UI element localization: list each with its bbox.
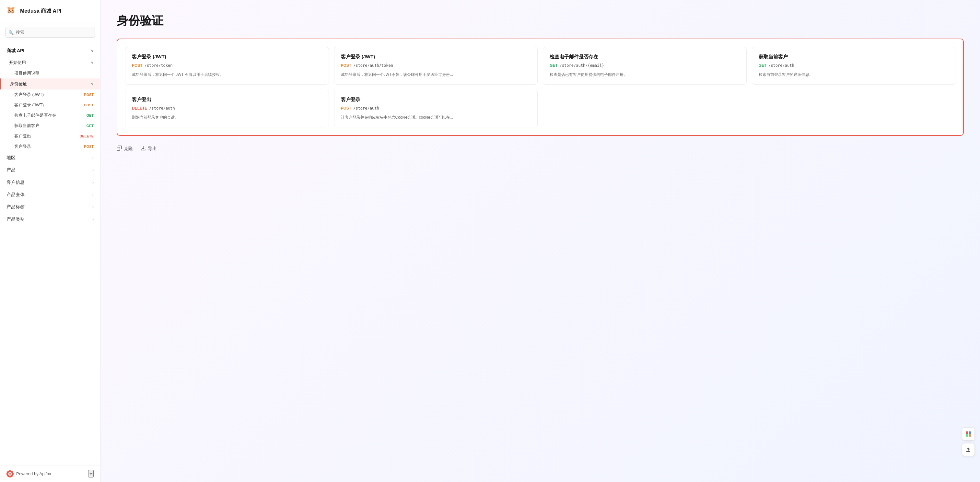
api-card-method: POST [132,63,143,68]
chevron-down-icon: ∨ [91,82,94,86]
api-card-description: 让客户登录并在响应标头中包含Cookie会话。cookie会话可以在... [341,115,531,121]
method-badge-post: POST [84,144,94,149]
api-card-description: 检索当前登录客户的详细信息。 [759,72,949,78]
nav-item-label: 开始使用 [9,60,26,65]
api-card-title: 客户登录 [341,97,531,103]
nav-category-regions[interactable]: 地区 › [0,152,100,164]
clone-icon [117,146,122,152]
nav-sub-item-project-usage[interactable]: 项目使用说明 [3,68,100,78]
api-grid: 客户登录 (JWT) POST /store/token 成功登录后，将返回一个… [125,47,955,127]
svg-rect-5 [969,434,971,437]
nav-category-label: 产品类别 [6,216,25,223]
nav-category-products[interactable]: 产品 › [0,164,100,177]
float-actions [962,428,975,456]
nav-sub-item-label: 客户登录 (JWT) [14,92,44,97]
footer-brand-text: Powered by Apifox [16,471,51,476]
api-card-endpoint: DELETE /store/auth [132,106,322,111]
nav-sub-item-customer-signin[interactable]: 客户登录 POST [3,141,100,152]
app-logo: 🐹 [6,6,17,16]
search-container: 🔍 [5,27,95,38]
sidebar-header: 🐹 Medusa 商城 API [0,0,100,22]
export-label: 导出 [148,146,157,152]
nav-sub-group-getting-started: 项目使用说明 [0,68,100,78]
method-badge-post: POST [84,92,94,97]
nav-category-customer-info[interactable]: 客户信息 › [0,177,100,189]
scroll-top-button[interactable] [962,443,975,456]
api-card-description: 检查是否已有客户使用提供的电子邮件注册。 [550,72,740,78]
api-card-endpoint: GET /store/auth [759,63,949,68]
chevron-right-icon: › [92,217,94,222]
chevron-right-icon: › [92,192,94,197]
api-card-card6[interactable]: 客户登录 POST /store/auth 让客户登录并在响应标头中包含Cook… [334,90,538,127]
api-card-endpoint: POST /store/auth [341,106,531,111]
settings-button[interactable]: ✦ [88,470,94,477]
nav-category-label: 产品 [6,167,16,173]
chevron-right-icon: › [92,205,94,209]
nav-sub-item-label: 客户登录 [14,143,31,150]
api-card-title: 客户登录 (JWT) [132,54,322,60]
nav-sub-item-label: 客户登出 [14,133,31,139]
api-card-title: 获取当前客户 [759,54,949,60]
bottom-actions: 克隆 导出 [117,146,964,152]
api-card-title: 检查电子邮件是否存在 [550,54,740,60]
nav-sub-group-auth: 客户登录 (JWT) POST 客户登录 (JWT) POST 检查电子邮件是否… [0,89,100,152]
nav-category-label: 产品变体 [6,192,25,198]
method-badge-get: GET [86,124,94,128]
nav-item-getting-started[interactable]: 开始使用 ∨ [0,57,100,68]
svg-rect-2 [966,431,968,434]
svg-rect-3 [969,431,971,434]
nav-item-label: 身份验证 [10,81,27,87]
search-icon: 🔍 [8,30,14,35]
api-card-path: /store/auth/token [353,63,393,68]
svg-rect-4 [966,434,968,437]
nav-sub-item-label: 项目使用说明 [14,70,40,76]
api-card-card4[interactable]: 获取当前客户 GET /store/auth 检索当前登录客户的详细信息。 [752,47,956,84]
apifox-logo [6,470,14,477]
nav-sub-item-label: 获取当前客户 [14,123,40,129]
nav-section-header-store-api[interactable]: 商城 API ∨ [0,45,100,57]
page-title: 身份验证 [117,13,964,29]
export-button[interactable]: 导出 [141,146,157,152]
nav-sub-item-customer-login-jwt1[interactable]: 客户登录 (JWT) POST [3,89,100,100]
api-card-endpoint: POST /store/token [132,63,322,68]
api-card-title: 客户登录 (JWT) [341,54,531,60]
nav-item-auth[interactable]: 身份验证 ∨ [0,78,100,89]
settings-icon: ✦ [89,471,93,477]
api-card-card3[interactable]: 检查电子邮件是否存在 GET /store/auth/{email} 检查是否已… [543,47,747,84]
api-card-card5[interactable]: 客户登出 DELETE /store/auth 删除当前登录客户的会话。 [125,90,329,127]
method-badge-delete: DELETE [80,134,94,138]
grid-view-button[interactable] [962,428,975,441]
api-card-method: GET [550,63,558,68]
api-grid-container: 客户登录 (JWT) POST /store/token 成功登录后，将返回一个… [117,38,964,136]
api-card-card2[interactable]: 客户登录 (JWT) POST /store/auth/token 成功登录后，… [334,47,538,84]
nav-sub-item-customer-logout[interactable]: 客户登出 DELETE [3,131,100,141]
clone-button[interactable]: 克隆 [117,146,133,152]
nav-category-product-variants[interactable]: 产品变体 › [0,189,100,201]
api-card-description: 删除当前登录客户的会话。 [132,115,322,121]
nav-sub-item-label: 检查电子邮件是否存在 [14,113,56,118]
main-content: 身份验证 客户登录 (JWT) POST /store/token 成功登录后，… [100,0,980,482]
search-input[interactable] [5,27,95,38]
nav-category-product-tags[interactable]: 产品标签 › [0,201,100,213]
chevron-down-icon: ∨ [91,49,94,53]
nav-category-product-categories[interactable]: 产品类别 › [0,213,100,226]
nav-category-label: 客户信息 [6,180,25,185]
nav-sub-item-get-current-customer[interactable]: 获取当前客户 GET [3,121,100,131]
nav-sub-item-customer-login-jwt2[interactable]: 客户登录 (JWT) POST [3,100,100,110]
api-card-card1[interactable]: 客户登录 (JWT) POST /store/token 成功登录后，将返回一个… [125,47,329,84]
api-card-path: /store/auth/{email} [560,63,604,68]
chevron-right-icon: › [92,168,94,172]
chevron-right-icon: › [92,156,94,160]
nav-sub-item-label: 客户登录 (JWT) [14,102,44,108]
nav-category-label: 地区 [6,155,16,161]
api-card-description: 成功登录后，将返回一个 JWT 令牌以用于后续授权。 [132,72,322,78]
api-card-method: POST [341,63,352,68]
svg-rect-1 [117,147,120,150]
api-card-path: /store/auth [353,106,379,111]
sidebar: 🐹 Medusa 商城 API 🔍 商城 API ∨ 开始使用 ∨ 项目使用说明 [0,0,100,482]
api-card-endpoint: GET /store/auth/{email} [550,63,740,68]
chevron-down-icon: ∨ [91,60,94,65]
export-icon [141,146,146,152]
nav-category-label: 产品标签 [6,204,25,210]
nav-sub-item-check-email[interactable]: 检查电子邮件是否存在 GET [3,110,100,121]
